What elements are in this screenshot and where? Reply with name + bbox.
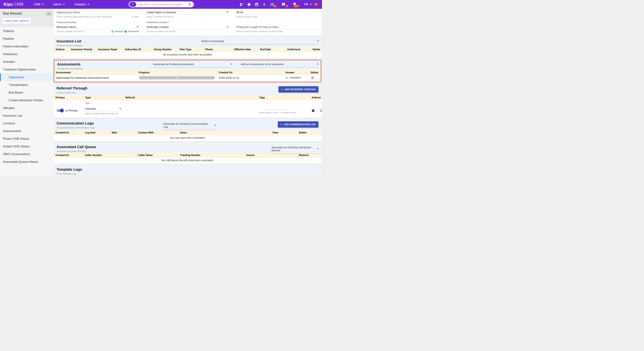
chevron-down-icon xyxy=(214,125,216,126)
clear-icon[interactable]: ✕ xyxy=(226,11,229,14)
assessments-section: Assessments Choose from the dropdown Ass… xyxy=(54,60,321,82)
proposed-location-field[interactable]: Proposed Location * Northside Location ✕… xyxy=(146,21,229,33)
insurance-associate-select[interactable]: Select to Associate xyxy=(201,39,319,44)
assessments-table-header: Assessment Progress Created On Answer De… xyxy=(54,70,321,75)
associate-existing-assessment-select[interactable]: Associate an Existing Assessment xyxy=(153,63,232,67)
sidebar-item-insurance-list[interactable]: Insurance List xyxy=(0,112,54,119)
col-delete: Delete xyxy=(297,130,322,135)
opportunity-notes-field[interactable]: Opportunity Notes Enter Treatment Opport… xyxy=(56,10,139,18)
template-logs-subtitle: Email Template Logs xyxy=(56,173,319,175)
assessment-delete-cell xyxy=(309,75,321,80)
plus-icon: + xyxy=(280,123,282,126)
add-communication-log-button[interactable]: + ADD COMMUNICATION LOG xyxy=(278,121,318,128)
assessments-subtitle: Choose from the dropdown xyxy=(57,67,318,70)
nav-analytics-menu[interactable]: Analytics xyxy=(74,3,89,6)
chevron-down-icon xyxy=(230,64,232,65)
is-primary-toggle[interactable] xyxy=(56,109,63,112)
sidebar-item-activities[interactable]: Activities xyxy=(0,58,54,66)
record-options-button[interactable]: ⋯ xyxy=(46,11,52,16)
archive-icon[interactable] xyxy=(312,109,315,112)
col-primary: Primary xyxy=(54,95,83,100)
search-input[interactable] xyxy=(136,3,188,6)
sidebar-item-instant-vob-history[interactable]: Instant VOB History xyxy=(0,143,54,150)
answer-button[interactable]: ANSWER xyxy=(286,76,301,79)
assessment-answer-cell: ANSWER xyxy=(284,75,309,80)
sidebar-item-sms-conversations[interactable]: SMS Conversations xyxy=(0,150,54,158)
sidebar-item-patients[interactable]: Patients xyxy=(0,27,54,35)
col-plan-type: Plan Type xyxy=(178,47,203,52)
sidebar-item-transportation[interactable]: Transportation xyxy=(0,81,54,89)
sidebar-item-create-admission-packet[interactable]: Create Admission Packet xyxy=(0,96,54,104)
insurance-table-header: Actions Insurance Priority Insurance Pay… xyxy=(54,47,322,52)
sidebar-item-bed-board[interactable]: Bed Board xyxy=(0,89,54,96)
add-contact-icon[interactable] xyxy=(239,2,244,7)
sidebar-item-associated-queue-history[interactable]: Associated Queue History xyxy=(0,158,54,166)
type-label: Type * xyxy=(85,102,122,104)
opportunity-notes-label: Opportunity Notes xyxy=(56,11,80,14)
col-created-on: Created On xyxy=(54,153,83,158)
communication-logs-empty-state: No Logs have been associated. xyxy=(54,135,322,141)
referral-type-field[interactable]: Unknown ✕ xyxy=(85,107,122,111)
sidebar-item-patient-information[interactable]: Patient Information xyxy=(0,42,54,50)
country-field[interactable]: United States of America ✕ Select a coun… xyxy=(146,10,229,18)
logo-kipu: Kipu xyxy=(4,2,13,6)
sidebar-item-opportunity[interactable]: Opportunity xyxy=(0,73,54,81)
delete-trash-icon[interactable] xyxy=(311,76,314,79)
referred-row: Is Primary Type * Unknown ✕ Select a Ref… xyxy=(54,100,322,117)
associated-call-queue-section: Associated Call Queue Associate Call Que… xyxy=(54,143,322,164)
clear-icon[interactable]: ✕ xyxy=(119,107,122,110)
plus-icon: + xyxy=(281,88,283,91)
sidebar-item-assessments[interactable]: Assessments xyxy=(0,127,54,135)
user-menu[interactable]: PB 10 xyxy=(304,3,318,6)
tags-input[interactable] xyxy=(259,107,291,110)
communication-logs-section: Communication Logs Associate Existing Co… xyxy=(54,119,322,141)
quick-actions-bolt-icon[interactable] xyxy=(262,2,267,7)
clear-icon[interactable]: ✕ xyxy=(136,25,139,28)
col-authorized: Authorized xyxy=(285,47,310,52)
kipu-mark-icon[interactable] xyxy=(246,2,252,7)
country-value: United States of America xyxy=(146,11,176,14)
proposed-facility-field[interactable]: Proposed Facility Recovery Haven ✕ Choos… xyxy=(56,21,139,33)
sidebar-item-addresses[interactable]: Addresses xyxy=(0,50,54,58)
search-scope-button[interactable] xyxy=(130,2,136,7)
record-header: Test Record ⋯ Patient code: 1600019 xyxy=(0,9,54,26)
nav-crm-menu[interactable]: CRM xyxy=(34,3,44,6)
col-group-number: Group Number xyxy=(152,47,178,52)
tasks-icon[interactable]: 11 xyxy=(270,2,274,7)
sidebar-item-pipeline[interactable]: Pipeline xyxy=(0,35,54,42)
associate-communication-log-select[interactable]: Associate an Existing Communication Log xyxy=(163,122,216,130)
add-referred-through-label: ADD REFERRED THROUGH xyxy=(284,88,316,91)
tasks-count-badge: 11 xyxy=(273,5,277,8)
insurance-list-subtitle: Choose from the dropdown xyxy=(56,44,319,47)
nav-admin-menu[interactable]: Admin xyxy=(53,3,65,6)
projected-los-label: Projected Length Of Stay In Days xyxy=(236,25,279,28)
assessments-highlight-border: Assessments Choose from the dropdown Ass… xyxy=(54,60,321,82)
app-logo[interactable]: KipuCRM xyxy=(4,2,24,7)
col-from: From xyxy=(297,175,322,175)
add-assessment-select[interactable]: Add an Assessment to be answered xyxy=(241,63,319,67)
col-caller-name: Caller Name xyxy=(136,153,178,158)
sidebar-item-allergies[interactable]: Allergies xyxy=(0,104,54,112)
opportunity-value-field[interactable]: $0.00 Enter a numeric value xyxy=(236,10,319,18)
search-icon[interactable] xyxy=(188,3,192,6)
sidebar-item-treatment-opportunities[interactable]: Treatment Opportunities xyxy=(0,66,54,73)
add-referred-through-button[interactable]: + ADD REFERRED THROUGH xyxy=(278,86,318,92)
sidebar-item-contacts[interactable]: Contacts xyxy=(0,119,54,127)
delete-trash-icon[interactable] xyxy=(320,109,322,112)
opportunity-value: $0.00 xyxy=(236,11,243,14)
messages-icon[interactable]: 0 xyxy=(281,2,286,7)
calendar-icon[interactable] xyxy=(254,2,259,7)
devices-icon[interactable]: 1177 xyxy=(292,2,297,7)
user-notifications-badge: 10 xyxy=(314,3,318,6)
projected-los-field[interactable]: Projected Length Of Stay In Days Enter a… xyxy=(236,21,319,33)
col-phone: Phone xyxy=(203,47,232,52)
referred-through-section: Referred Through Choose at least one + A… xyxy=(54,84,322,117)
clear-icon[interactable]: ✕ xyxy=(226,25,229,28)
referral-type-value: Unknown xyxy=(85,107,96,110)
col-caller-number: Caller Number xyxy=(83,153,136,158)
sidebar-item-phone-vob-history[interactable]: Phone VOB History xyxy=(0,135,54,143)
chevron-down-icon xyxy=(63,4,65,5)
associate-call-queue-select[interactable]: Associate an Existing Call Queue Record xyxy=(272,146,319,154)
chevron-down-icon xyxy=(317,148,319,149)
interests-dot-icon xyxy=(111,30,114,33)
